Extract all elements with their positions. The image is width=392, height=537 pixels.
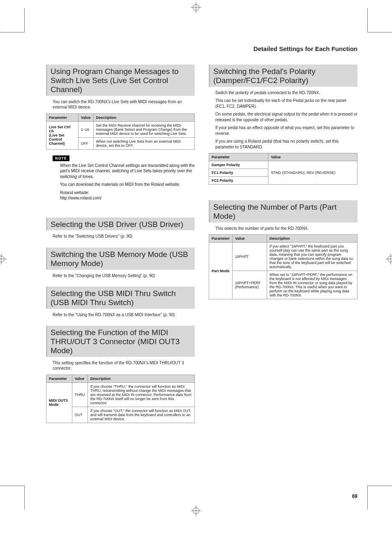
- body-text: Refer to the "Using the RD-700NX as a US…: [53, 312, 195, 318]
- body-text: Refer to the "Changing the USB Memory Se…: [53, 273, 195, 279]
- content-columns: Using Program Change Messages to Switch …: [46, 65, 357, 425]
- note-link-text: http://www.roland.com/: [60, 195, 195, 201]
- crop-mark-icon: [0, 486, 25, 510]
- body-text: This selects the number of parts for the…: [215, 226, 357, 231]
- section-title: Switching the USB Memory Mode (USB Memor…: [46, 248, 195, 270]
- cell-value: OFF: [78, 137, 93, 149]
- th-desc: Description: [267, 235, 357, 243]
- note-text: You can download the materials on MIDI f…: [60, 182, 195, 187]
- body-text: If you are using a Roland pedal (that ha…: [215, 139, 357, 150]
- cell-desc: If you select "16PART," the keyboard par…: [267, 243, 357, 271]
- cell-parameter: Live Set Ctrl Ch (Live Set Control Chann…: [46, 121, 78, 149]
- cell-parameter: Damper Polarity: [209, 161, 268, 169]
- registration-mark-icon: [191, 505, 201, 516]
- note-label: NOTE: [53, 155, 69, 161]
- th-value: Value: [72, 375, 88, 382]
- cell-parameter: Part Mode: [209, 243, 233, 299]
- note-text: When the Live Set Control Channel settin…: [60, 163, 195, 180]
- page-number: 69: [352, 493, 357, 499]
- section-title: Selecting the USB Driver (USB Driver): [46, 218, 195, 231]
- cell-desc: Set the MIDI Receive channel for receivi…: [93, 121, 195, 137]
- section-title: Switching the Pedal's Polarity (Damper/F…: [209, 65, 357, 87]
- body-text: Refer to the "Switching USB Drivers" (p.…: [53, 234, 195, 239]
- parameter-table: Parameter Value Description Live Set Ctr…: [46, 113, 195, 150]
- body-text: You can switch the RD-700NX's Live Sets …: [53, 99, 195, 110]
- cell-parameter: FC2 Polarity: [209, 177, 268, 185]
- crop-mark-icon: [0, 8, 25, 32]
- th-value: Value: [268, 153, 357, 161]
- cell-desc: When not switching Live Sets from an ext…: [93, 137, 195, 149]
- body-text: On some pedals, the electrical signal ou…: [215, 111, 357, 123]
- cell-parameter: FC1 Polarity: [209, 169, 268, 177]
- section-title: Selecting the Function of the MIDI THRU/…: [46, 326, 195, 357]
- cell-desc: If you choose "THRU," the connector will…: [88, 382, 194, 407]
- right-column: Switching the Pedal's Polarity (Damper/F…: [209, 65, 357, 425]
- manual-page: Detailed Settings for Each Function Usin…: [0, 0, 392, 518]
- body-text: If your pedal has an effect opposite of …: [215, 125, 357, 136]
- registration-mark-icon: [385, 254, 392, 264]
- left-column: Using Program Change Messages to Switch …: [46, 65, 195, 425]
- parameter-table: Parameter Value Description MIDI OUT3 Mo…: [46, 375, 195, 423]
- cell-value: OUT: [72, 407, 88, 423]
- cell-value: THRU: [72, 382, 88, 407]
- th-parameter: Parameter: [46, 375, 72, 382]
- th-parameter: Parameter: [46, 113, 78, 121]
- section-title: Selecting the Number of Parts (Part Mode…: [209, 200, 357, 222]
- th-value: Value: [233, 235, 267, 243]
- parameter-table: Parameter Value Description Part Mode 16…: [209, 234, 357, 299]
- th-desc: Description: [93, 113, 195, 121]
- cell-value: STND (STANDARD), REV (REVERSE): [268, 161, 357, 185]
- th-parameter: Parameter: [209, 235, 233, 243]
- cell-value: 1–16: [78, 121, 93, 137]
- th-desc: Description: [88, 375, 194, 382]
- body-text: This can be set individually for each of…: [215, 98, 357, 109]
- note-text: Roland website:: [60, 190, 195, 196]
- cell-desc: When set to "16PART+PERF," the performan…: [267, 271, 357, 299]
- cell-desc: If you choose "OUT," the connector will …: [88, 407, 194, 423]
- th-value: Value: [78, 113, 93, 121]
- registration-mark-icon: [191, 2, 201, 13]
- crop-mark-icon: [367, 8, 392, 32]
- page-header: Detailed Settings for Each Function: [46, 45, 357, 52]
- body-text: Switch the polarity of pedals connected …: [215, 90, 357, 96]
- cell-value: 16PART: [233, 243, 267, 271]
- cell-value: 16PART+PERF (Performance): [233, 271, 267, 299]
- parameter-table: Parameter Value Damper Polarity STND (ST…: [209, 153, 357, 185]
- section-title: Using Program Change Messages to Switch …: [46, 65, 195, 96]
- cell-parameter: MIDI OUT3 Mode: [46, 382, 72, 423]
- registration-mark-icon: [0, 254, 7, 264]
- body-text: This setting specifies the function of t…: [53, 360, 195, 371]
- section-title: Selecting the USB MIDI Thru Switch (USB …: [46, 287, 195, 309]
- th-parameter: Parameter: [209, 153, 268, 161]
- crop-mark-icon: [367, 486, 392, 510]
